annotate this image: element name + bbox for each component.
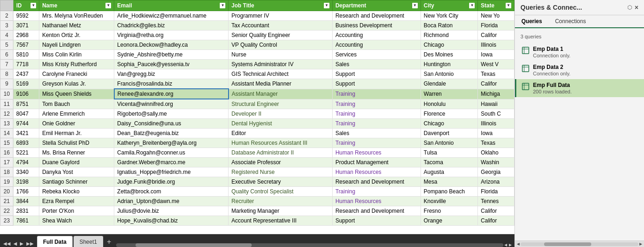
cell-city[interactable]: Augusta <box>421 167 478 177</box>
h-scroll-right[interactable]: ▶ <box>508 243 513 247</box>
h-scroll-left[interactable]: ◀ <box>503 243 508 247</box>
cell-email[interactable]: Van@gregg.biz <box>114 69 229 79</box>
cell-dept[interactable]: Training <box>332 187 421 197</box>
cell-job[interactable]: Associate Professor <box>229 158 333 167</box>
cell-state[interactable]: Illinois <box>478 119 514 129</box>
cell-id[interactable]: 2831 <box>13 206 39 216</box>
nav-prev-arrow[interactable]: ◀ <box>12 240 19 247</box>
tab-connections[interactable]: Connections <box>549 15 593 27</box>
cell-id[interactable]: 3198 <box>13 177 39 187</box>
cell-state[interactable]: Tennes <box>478 197 514 206</box>
cell-state[interactable]: Georgia <box>478 167 514 177</box>
cell-dept[interactable]: Human Resources <box>332 148 421 158</box>
col-header-job[interactable]: Job Title ▼ <box>229 0 333 11</box>
panel-close-button[interactable]: × <box>635 4 638 11</box>
cell-state[interactable]: Oklaho <box>478 148 514 158</box>
cell-name[interactable]: Shea Walch <box>39 216 114 226</box>
cell-email[interactable]: Chadrick@giles.biz <box>114 21 229 31</box>
cell-email[interactable]: Rigoberto@sally.me <box>114 109 229 119</box>
query-item[interactable]: Emp Data 2 Connection only. <box>515 61 644 79</box>
cell-city[interactable]: Mesa <box>421 177 478 187</box>
cell-city[interactable]: Knoxville <box>421 197 478 206</box>
cell-id[interactable]: 6893 <box>13 138 39 148</box>
cell-id[interactable]: 3421 <box>13 129 39 138</box>
cell-name[interactable]: Ms. Brisa Renner <box>39 148 114 158</box>
cell-job[interactable]: Executive Secretary <box>229 177 333 187</box>
cell-state[interactable]: New Yo <box>478 11 514 21</box>
col-header-dept[interactable]: Department ▼ <box>332 0 421 11</box>
filter-icon-job[interactable]: ▼ <box>324 3 329 8</box>
table-row[interactable]: 14 3421 Emil Herman Jr. Dean_Batz@eugeni… <box>0 129 514 138</box>
table-row[interactable]: 7 7718 Miss Kristy Rutherford Sophia_Pau… <box>0 60 514 69</box>
cell-state[interactable]: South C <box>478 109 514 119</box>
cell-job[interactable]: Systems Administrator IV <box>229 60 333 69</box>
cell-dept[interactable]: Support <box>332 216 421 226</box>
filter-icon-city[interactable]: ▼ <box>469 3 475 8</box>
table-row[interactable]: 4 2968 Kenton Ortiz Jr. Virginia@retha.o… <box>0 31 514 40</box>
cell-city[interactable]: Des Moines <box>421 50 478 60</box>
table-row[interactable]: 10 9106 Miss Queen Shields Renee@alexand… <box>0 89 514 99</box>
cell-id[interactable]: 7567 <box>13 40 39 50</box>
cell-state[interactable]: Florida <box>478 21 514 31</box>
table-row[interactable]: 13 9744 Onie Goldner Daisy_Considine@una… <box>0 119 514 129</box>
cell-name[interactable]: Tom Bauch <box>39 99 114 109</box>
cell-name[interactable]: Onie Goldner <box>39 119 114 129</box>
table-row[interactable]: 22 2831 Porter O'Kon Julius@dovie.biz Ma… <box>0 206 514 216</box>
cell-state[interactable]: Texas <box>478 69 514 79</box>
tab-queries[interactable]: Queries <box>515 15 549 28</box>
cell-job[interactable]: Tax Accountant <box>229 21 333 31</box>
cell-state[interactable]: Califor <box>478 31 514 40</box>
col-header-email[interactable]: Email ▼ <box>114 0 229 11</box>
cell-state[interactable]: Illinois <box>478 40 514 50</box>
col-header-name[interactable]: Name ▼ <box>39 0 114 11</box>
cell-city[interactable]: Tacoma <box>421 158 478 167</box>
cell-state[interactable]: Califor <box>478 216 514 226</box>
cell-id[interactable]: 8047 <box>13 109 39 119</box>
cell-dept[interactable]: Business Development <box>332 21 421 31</box>
cell-dept[interactable]: Human Resources <box>332 197 421 206</box>
filter-icon-email[interactable]: ▼ <box>220 3 225 8</box>
table-row[interactable]: 8 2437 Carolyne Franecki Van@gregg.biz G… <box>0 69 514 79</box>
cell-name[interactable]: Danyka Yost <box>39 167 114 177</box>
filter-icon-dept[interactable]: ▼ <box>412 3 418 8</box>
cell-email[interactable]: Gardner.Weber@marco.me <box>114 158 229 167</box>
cell-name[interactable]: Emil Herman Jr. <box>39 129 114 138</box>
cell-city[interactable]: Chicago <box>421 40 478 50</box>
cell-id[interactable]: 8751 <box>13 99 39 109</box>
cell-job[interactable]: Account Representative III <box>229 216 333 226</box>
cell-id[interactable]: 2968 <box>13 31 39 40</box>
filter-icon-name[interactable]: ▼ <box>105 3 111 8</box>
cell-name[interactable]: Mrs. Melyna VonReuden <box>39 11 114 21</box>
table-row[interactable]: 3 3071 Nathanael Metz Chadrick@giles.biz… <box>0 21 514 31</box>
filter-icon-state[interactable]: ▼ <box>506 3 511 8</box>
cell-id[interactable]: 7861 <box>13 216 39 226</box>
cell-name[interactable]: Santiago Schinner <box>39 177 114 187</box>
cell-email[interactable]: Sydnie_Abshire@betty.me <box>114 50 229 60</box>
cell-dept[interactable]: Accounting <box>332 31 421 40</box>
cell-city[interactable]: San Antonio <box>421 138 478 148</box>
cell-state[interactable]: West V <box>478 60 514 69</box>
cell-email[interactable]: Leonora.Deckow@hadley.ca <box>114 40 229 50</box>
cell-name[interactable]: Miss Colin Kirlin <box>39 50 114 60</box>
nav-first-arrow[interactable]: ◀◀ <box>2 240 12 247</box>
cell-state[interactable]: Arizona <box>478 177 514 187</box>
cell-job[interactable]: Nurse <box>229 50 333 60</box>
cell-email[interactable]: Francis@rosalinda.biz <box>114 79 229 89</box>
cell-id[interactable]: 2437 <box>13 69 39 79</box>
cell-dept[interactable]: Training <box>332 119 421 129</box>
cell-name[interactable]: Kenton Ortiz Jr. <box>39 31 114 40</box>
table-row[interactable]: 23 7861 Shea Walch Hope_Kuvalis@chad.biz… <box>0 216 514 226</box>
cell-job[interactable]: Quality Control Specialist <box>229 187 333 197</box>
cell-state[interactable]: Michiga <box>478 89 514 99</box>
table-row[interactable]: 5 7567 Nayeli Lindgren Leonora.Deckow@ha… <box>0 40 514 50</box>
cell-city[interactable]: Glendale <box>421 79 478 89</box>
filter-icon-id[interactable]: ▼ <box>31 3 36 8</box>
cell-job[interactable]: Recruiter <box>229 197 333 206</box>
cell-job[interactable]: Database Administrator II <box>229 148 333 158</box>
cell-id[interactable]: 9106 <box>13 89 39 99</box>
cell-job[interactable]: Human Resources Assistant III <box>229 138 333 148</box>
cell-dept[interactable]: Research and Development <box>332 206 421 216</box>
cell-id[interactable]: 9744 <box>13 119 39 129</box>
cell-name[interactable]: Greyson Kulas Jr. <box>39 79 114 89</box>
cell-job[interactable]: Structural Engineer <box>229 99 333 109</box>
